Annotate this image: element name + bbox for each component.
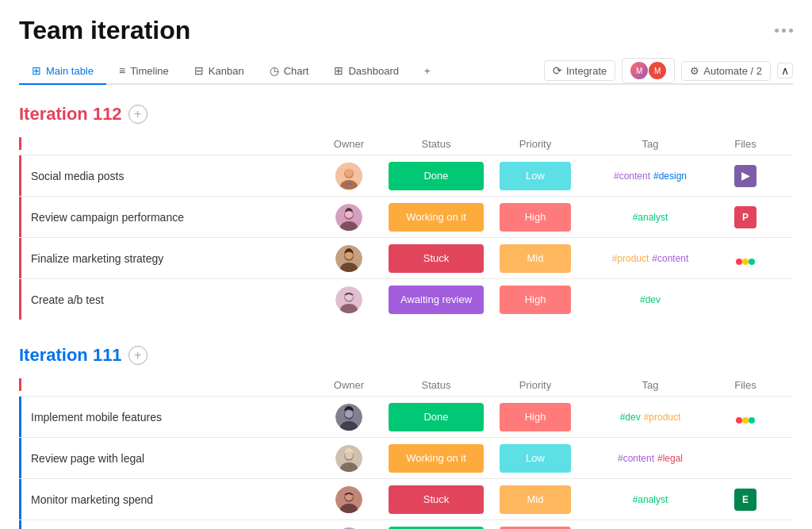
more-options-button[interactable] (775, 29, 793, 33)
table-row: Review page with legal Working on it Low (19, 437, 793, 478)
monday-icon (736, 249, 755, 268)
automate-button[interactable]: ⚙ Automate / 2 (681, 61, 771, 81)
priority-cell[interactable]: High (492, 520, 579, 529)
automate-label: Automate / 2 (703, 65, 762, 77)
owner-cell (317, 155, 381, 196)
tab-kanban[interactable]: ⊟ Kanban (182, 58, 257, 85)
iteration-112-section: Iteration 112 + Owner Status Priority Ta… (19, 104, 793, 320)
avatar-group: M M (622, 58, 675, 83)
tab-timeline-label: Timeline (130, 65, 169, 77)
avatar-svg (335, 204, 362, 231)
nav-right: ⟳ Integrate M M ⚙ Automate / 2 ∧ (544, 58, 793, 83)
status-cell[interactable]: Working on it (381, 438, 492, 478)
status-badge: Awaiting review (389, 286, 484, 314)
table-row: Monitor marketing spend Stuck Mid (19, 478, 793, 519)
priority-cell[interactable]: Mid (492, 479, 579, 519)
files-cell: ▶ (722, 155, 769, 196)
priority-badge: High (500, 527, 571, 530)
dot2 (782, 29, 786, 33)
row-add-cell (769, 279, 793, 320)
task-name: Review page with legal (19, 438, 317, 478)
task-name: Social media posts (19, 155, 317, 196)
status-cell[interactable]: Done (381, 155, 492, 196)
status-badge: Done (389, 162, 484, 190)
status-cell[interactable]: Done (381, 520, 492, 529)
priority-badge: High (500, 203, 571, 232)
page-title: Team iteration (19, 16, 190, 45)
row-add-cell (769, 520, 793, 529)
priority-cell[interactable]: High (492, 197, 579, 237)
header-task (19, 378, 317, 391)
priority-cell[interactable]: Mid (492, 238, 579, 278)
automate-icon: ⚙ (690, 65, 699, 77)
dashboard-icon: ⊞ (334, 64, 343, 77)
header-status: Status (381, 379, 492, 391)
avatar (335, 445, 362, 472)
tab-timeline[interactable]: ≡ Timeline (106, 58, 182, 85)
status-cell[interactable]: Done (381, 397, 492, 437)
tab-dashboard-label: Dashboard (348, 65, 399, 77)
header-status: Status (381, 138, 492, 150)
svg-point-29 (345, 451, 353, 459)
files-cell: E (722, 479, 769, 519)
row-add-cell (769, 438, 793, 478)
svg-point-12 (736, 259, 742, 265)
tab-add[interactable]: + (412, 59, 443, 85)
table-row: Social media posts Done Low (19, 155, 793, 196)
monday-icon (736, 408, 755, 427)
iteration-111-add-button[interactable]: + (128, 346, 147, 365)
table-row: Review campaign performance Working on i… (19, 196, 793, 237)
page-header: Team iteration (19, 16, 793, 45)
owner-cell (317, 197, 381, 237)
owner-cell (317, 238, 381, 278)
status-cell[interactable]: Awaiting review (381, 279, 492, 320)
table-row: Develop PR plan Done High (19, 519, 793, 529)
iteration-111-section: Iteration 111 + Owner Status Priority Ta… (19, 345, 793, 529)
tag-cell: #content #design (579, 155, 722, 196)
tab-dashboard[interactable]: ⊞ Dashboard (321, 58, 412, 85)
status-badge: Stuck (389, 485, 484, 514)
svg-point-22 (345, 410, 353, 418)
priority-badge: High (500, 286, 571, 314)
status-cell[interactable]: Stuck (381, 479, 492, 519)
status-badge: Working on it (389, 203, 484, 232)
files-cell (722, 520, 769, 529)
timeline-icon: ≡ (119, 64, 125, 77)
priority-cell[interactable]: High (492, 397, 579, 437)
header-owner: Owner (317, 138, 381, 150)
tab-main-table[interactable]: ⊞ Main table (19, 58, 106, 85)
integrate-button[interactable]: ⟳ Integrate (544, 60, 615, 81)
header-files: Files (722, 138, 769, 150)
tab-main-table-label: Main table (46, 65, 94, 77)
file-icon (734, 406, 756, 428)
priority-cell[interactable]: Low (492, 438, 579, 478)
tag: #design (653, 171, 687, 182)
iteration-112-table-header: Owner Status Priority Tag Files (19, 134, 793, 153)
tag-cell: #pr #content (579, 520, 722, 529)
status-cell[interactable]: Stuck (381, 238, 492, 278)
owner-cell (317, 279, 381, 320)
priority-cell[interactable]: High (492, 279, 579, 320)
avatar-svg (335, 286, 362, 313)
priority-cell[interactable]: Low (492, 155, 579, 196)
avatar (335, 404, 362, 431)
collapse-button[interactable]: ∧ (777, 63, 793, 79)
avatar (335, 245, 362, 272)
file-icon (734, 247, 756, 270)
tab-chart[interactable]: ◷ Chart (257, 58, 322, 85)
iteration-112-add-button[interactable]: + (128, 105, 147, 124)
owner-cell (317, 479, 381, 519)
row-add-cell (769, 238, 793, 278)
header-priority: Priority (492, 379, 579, 391)
file-icon: E (734, 489, 756, 511)
app-container: Team iteration ⊞ Main table ≡ Timeline ⊟… (0, 0, 812, 529)
integrate-label: Integrate (566, 65, 607, 77)
svg-point-11 (345, 251, 353, 259)
tag-cell: #content #legal (579, 438, 722, 478)
nav-avatar-1: M (630, 62, 648, 79)
chart-icon: ◷ (270, 64, 279, 77)
status-cell[interactable]: Working on it (381, 197, 492, 237)
dot1 (775, 29, 779, 33)
iteration-112-title: Iteration 112 (19, 104, 122, 125)
iteration-111-title: Iteration 111 (19, 345, 122, 366)
